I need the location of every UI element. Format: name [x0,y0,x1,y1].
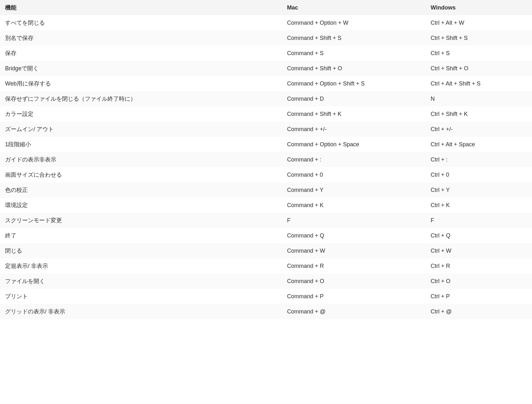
cell-feature: Bridgeで開く [0,61,282,76]
cell-windows: Ctrl + @ [426,304,532,319]
table-row: Bridgeで開くCommand + Shift + OCtrl + Shift… [0,61,532,76]
cell-feature: 別名で保存 [0,30,282,46]
shortcuts-table: 機能 Mac Windows すべてを閉じるCommand + Option +… [0,0,532,319]
cell-mac: Command + Y [282,182,425,198]
cell-mac: Command + W [282,243,425,258]
table-row: 環境設定Command + KCtrl + K [0,198,532,213]
table-row: 画面サイズに合わせるCommand + 0Ctrl + 0 [0,167,532,182]
cell-windows: F [426,213,532,228]
table-row: 保存Command + SCtrl + S [0,46,532,61]
table-row: ファイルを開くCommand + OCtrl + O [0,274,532,289]
cell-feature: スクリーンモード変更 [0,213,282,228]
cell-windows: Ctrl + Alt + Shift + S [426,76,532,91]
table-body: すべてを閉じるCommand + Option + WCtrl + Alt + … [0,15,532,319]
table-row: 別名で保存Command + Shift + SCtrl + Shift + S [0,30,532,46]
header-feature: 機能 [0,0,282,15]
cell-windows: Ctrl + +/- [426,122,532,137]
table-header-row: 機能 Mac Windows [0,0,532,15]
cell-feature: 保存 [0,46,282,61]
cell-windows: Ctrl + P [426,289,532,304]
cell-feature: 閉じる [0,243,282,258]
cell-windows: N [426,91,532,106]
cell-windows: Ctrl + K [426,198,532,213]
table-row: カラー設定Command + Shift + KCtrl + Shift + K [0,106,532,122]
table-row: 定規表示/ 非表示Command + RCtrl + R [0,258,532,274]
cell-feature: ズームイン/ アウト [0,122,282,137]
cell-windows: Ctrl + Y [426,182,532,198]
cell-feature: 環境設定 [0,198,282,213]
cell-feature: 画面サイズに合わせる [0,167,282,182]
cell-feature: ファイルを開く [0,274,282,289]
table-row: 閉じるCommand + WCtrl + W [0,243,532,258]
cell-feature: グリッドの表示/ 非表示 [0,304,282,319]
cell-feature: プリント [0,289,282,304]
header-mac: Mac [282,0,425,15]
cell-mac: Command + : [282,152,425,167]
cell-mac: Command + @ [282,304,425,319]
header-windows: Windows [426,0,532,15]
cell-feature: Web用に保存する [0,76,282,91]
cell-feature: 終了 [0,228,282,243]
table-row: グリッドの表示/ 非表示Command + @Ctrl + @ [0,304,532,319]
table-row: すべてを閉じるCommand + Option + WCtrl + Alt + … [0,15,532,30]
cell-mac: Command + Shift + S [282,30,425,46]
table-row: 色の校正Command + YCtrl + Y [0,182,532,198]
cell-feature: ガイドの表示非表示 [0,152,282,167]
cell-mac: Command + +/- [282,122,425,137]
cell-windows: Ctrl + Shift + K [426,106,532,122]
cell-mac: Command + Option + W [282,15,425,30]
cell-mac: Command + Q [282,228,425,243]
table-row: 1段階縮小Command + Option + SpaceCtrl + Alt … [0,137,532,152]
table-row: 保存せずにファイルを閉じる（ファイル終了時に）Command + DN [0,91,532,106]
cell-mac: Command + O [282,274,425,289]
cell-windows: Ctrl + O [426,274,532,289]
cell-mac: Command + R [282,258,425,274]
cell-mac: Command + Option + Space [282,137,425,152]
cell-mac: Command + D [282,91,425,106]
cell-mac: Command + 0 [282,167,425,182]
cell-mac: Command + Option + Shift + S [282,76,425,91]
cell-feature: カラー設定 [0,106,282,122]
cell-windows: Ctrl + Alt + W [426,15,532,30]
cell-mac: Command + K [282,198,425,213]
cell-mac: Command + P [282,289,425,304]
cell-windows: Ctrl + R [426,258,532,274]
cell-windows: Ctrl + : [426,152,532,167]
cell-windows: Ctrl + S [426,46,532,61]
table-row: ガイドの表示非表示Command + :Ctrl + : [0,152,532,167]
cell-windows: Ctrl + 0 [426,167,532,182]
cell-windows: Ctrl + Q [426,228,532,243]
table-row: プリントCommand + PCtrl + P [0,289,532,304]
cell-feature: すべてを閉じる [0,15,282,30]
cell-feature: 定規表示/ 非表示 [0,258,282,274]
cell-mac: Command + Shift + K [282,106,425,122]
table-row: Web用に保存するCommand + Option + Shift + SCtr… [0,76,532,91]
cell-mac: Command + S [282,46,425,61]
table-row: 終了Command + QCtrl + Q [0,228,532,243]
cell-mac: Command + Shift + O [282,61,425,76]
cell-windows: Ctrl + Alt + Space [426,137,532,152]
table-row: スクリーンモード変更FF [0,213,532,228]
cell-feature: 1段階縮小 [0,137,282,152]
table-row: ズームイン/ アウトCommand + +/-Ctrl + +/- [0,122,532,137]
cell-windows: Ctrl + Shift + O [426,61,532,76]
cell-windows: Ctrl + Shift + S [426,30,532,46]
cell-mac: F [282,213,425,228]
cell-windows: Ctrl + W [426,243,532,258]
cell-feature: 保存せずにファイルを閉じる（ファイル終了時に） [0,91,282,106]
cell-feature: 色の校正 [0,182,282,198]
